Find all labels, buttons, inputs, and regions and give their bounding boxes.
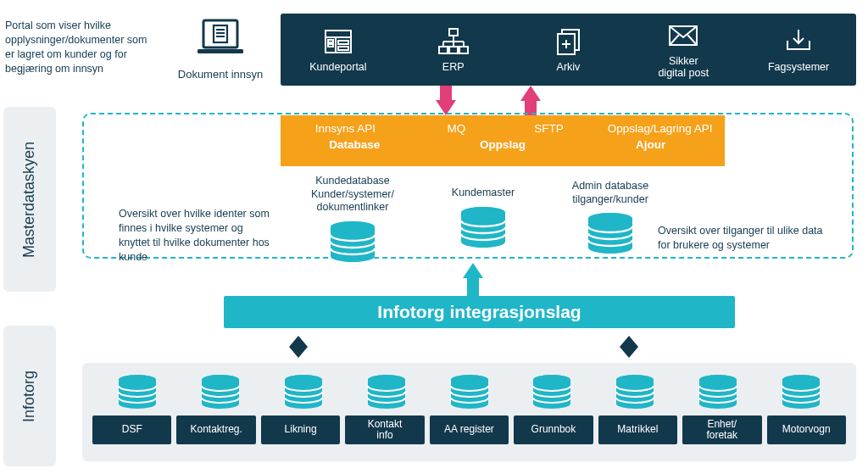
svg-rect-24	[459, 47, 468, 53]
svg-rect-20	[338, 47, 348, 50]
database-icon	[345, 375, 428, 409]
database-icon	[432, 207, 534, 249]
topbar-fagsystemer: Fagsystemer	[741, 14, 856, 86]
topbar-sikker-post: Sikker digital post	[626, 14, 741, 86]
topbar-erp: ERP	[396, 14, 511, 86]
systems-topbar: Kundeportal ERP	[281, 14, 856, 86]
svg-rect-21	[449, 29, 458, 36]
right-description: Oversikt over tilganger til ulike data f…	[658, 224, 836, 253]
svg-rect-9	[198, 49, 243, 53]
database-icon	[262, 375, 345, 409]
db-title: Admin database tilganger/kunder	[551, 180, 670, 206]
database-icon	[179, 375, 262, 409]
topbar-arkiv: Arkiv	[511, 14, 626, 86]
api-category: Database	[281, 138, 429, 151]
infotorg-sources-panel: DSF Kontaktreg. Likning Kontakt info AA …	[82, 363, 856, 461]
database-icon	[293, 221, 412, 264]
source-matrikkel: Matrikkel	[598, 415, 677, 444]
dokument-innsyn: Dokument innsyn	[174, 17, 267, 81]
source-kontaktreg: Kontaktreg.	[176, 415, 255, 444]
source-enhet: Enhet/ foretak	[682, 415, 761, 444]
arrow-up-icon	[463, 263, 483, 278]
api-item: SFTP	[503, 122, 595, 135]
lane-masterdataskyen: Masterdataskyen	[3, 107, 56, 292]
portal-description: Portal som viser hvilke opplysninger/dok…	[5, 19, 153, 76]
double-arrow-icon	[288, 334, 309, 360]
database-icon	[760, 375, 843, 409]
topbar-label: Sikker digital post	[658, 56, 709, 80]
dokument-innsyn-label: Dokument innsyn	[174, 68, 267, 81]
db-admin: Admin database tilganger/kunder	[551, 180, 670, 255]
svg-rect-18	[328, 44, 333, 47]
envelope-icon	[666, 20, 700, 51]
app-window-icon	[323, 26, 353, 57]
source-kontaktinfo: Kontakt info	[345, 415, 424, 444]
topbar-label: Arkiv	[557, 62, 581, 74]
api-item: Oppslag/Lagring API	[595, 122, 725, 135]
api-category: Oppslag	[429, 138, 577, 151]
source-aaregister: AA register	[430, 415, 509, 444]
left-description: Oversikt over hvilke identer som finnes …	[119, 207, 271, 265]
arrow-stem	[467, 277, 479, 296]
database-icon	[428, 375, 511, 409]
database-icon	[96, 375, 179, 409]
db-title: Kundemaster	[432, 187, 534, 200]
db-title: Kundedatabase Kunder/systemer/ dokumentl…	[293, 175, 412, 215]
topbar-label: Kundeportal	[309, 62, 366, 74]
download-tray-icon	[783, 26, 814, 57]
svg-rect-17	[328, 40, 333, 42]
svg-rect-23	[449, 47, 458, 53]
db-kundemaster: Kundemaster	[432, 187, 534, 249]
laptop-document-icon	[193, 47, 248, 62]
topbar-label: Fagsystemer	[768, 62, 829, 74]
lane-label-text: Masterdataskyen	[21, 141, 39, 257]
arrow-up-icon	[520, 86, 541, 101]
org-chart-icon	[437, 26, 470, 57]
source-likning: Likning	[261, 415, 340, 444]
api-category: Ajour	[576, 138, 725, 151]
database-icon	[551, 213, 670, 255]
source-motorvogn: Motorvogn	[767, 415, 846, 444]
integration-layer: Infotorg integrasjonslag	[224, 296, 735, 328]
add-documents-icon	[552, 26, 584, 57]
source-dsf: DSF	[92, 415, 171, 444]
source-grunnbok: Grunnbok	[514, 415, 593, 444]
lane-label-text: Infotorg	[20, 370, 38, 421]
arrow-down-stem	[440, 86, 452, 101]
lane-infotorg: Infotorg	[3, 326, 56, 466]
double-arrow-icon	[619, 334, 639, 360]
database-icon	[510, 375, 593, 409]
svg-rect-19	[338, 41, 348, 44]
api-item: Innsyns API	[281, 122, 410, 135]
api-item: MQ	[410, 122, 503, 135]
db-kundedatabase: Kundedatabase Kunder/systemer/ dokumentl…	[293, 175, 412, 264]
database-icon	[676, 375, 760, 409]
topbar-kundeportal: Kundeportal	[281, 14, 396, 86]
topbar-label: ERP	[442, 62, 465, 74]
svg-rect-22	[439, 47, 448, 53]
database-icon	[593, 375, 676, 409]
api-layer: Innsyns API MQ SFTP Oppslag/Lagring API …	[281, 115, 725, 166]
